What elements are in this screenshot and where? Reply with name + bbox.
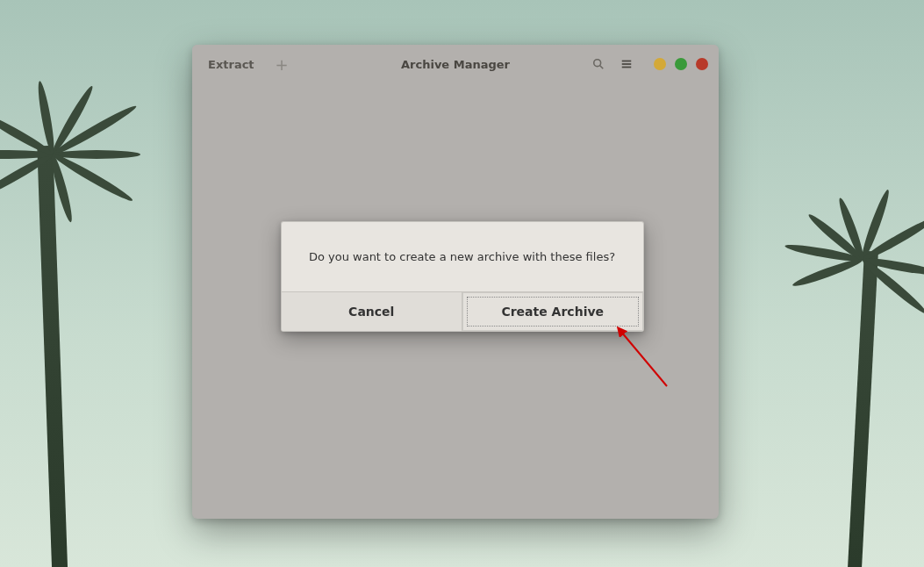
create-archive-button[interactable]: Create Archive: [462, 292, 643, 331]
dialog-message: Do you want to create a new archive with…: [282, 222, 643, 291]
create-archive-dialog: Do you want to create a new archive with…: [281, 221, 644, 332]
cancel-button[interactable]: Cancel: [282, 292, 463, 331]
svg-rect-3: [622, 63, 632, 65]
decorative-palm-left: [0, 146, 132, 567]
extract-button[interactable]: Extract: [203, 54, 260, 75]
svg-line-1: [600, 66, 604, 69]
titlebar: Extract + Archive Manager: [192, 45, 719, 83]
window-title: Archive Manager: [401, 58, 510, 71]
svg-rect-2: [622, 61, 632, 62]
hamburger-menu-icon[interactable]: [617, 54, 636, 74]
svg-point-0: [594, 60, 601, 67]
add-button[interactable]: +: [270, 55, 294, 74]
decorative-palm-right: [784, 251, 924, 567]
dialog-button-row: Cancel Create Archive: [282, 291, 643, 331]
minimize-button[interactable]: [654, 58, 666, 70]
close-button[interactable]: [696, 58, 708, 70]
maximize-button[interactable]: [675, 58, 687, 70]
svg-rect-4: [622, 67, 632, 68]
search-icon[interactable]: [589, 54, 608, 74]
